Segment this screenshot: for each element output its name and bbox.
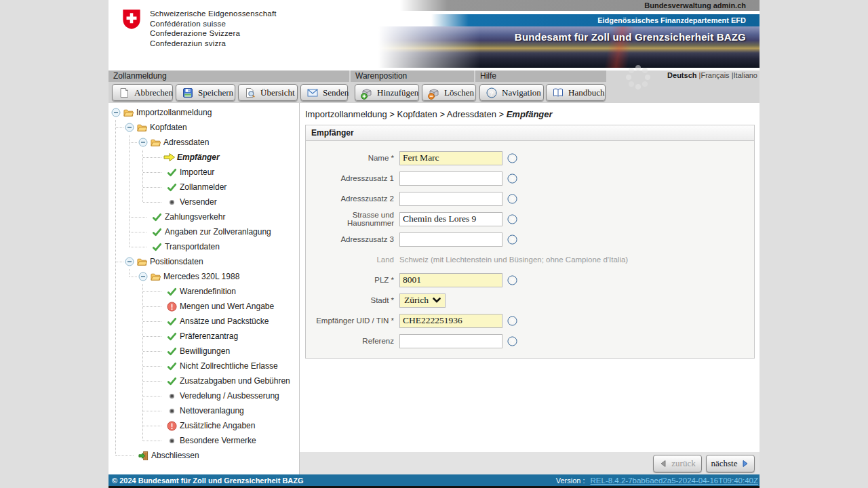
bullet-icon bbox=[167, 436, 177, 446]
check-icon bbox=[152, 227, 162, 237]
package-remove-icon bbox=[429, 87, 439, 98]
logo-line: Confederaziun svizra bbox=[150, 39, 277, 49]
tree-item-warendefinition[interactable]: Warendefinition bbox=[108, 284, 299, 299]
envelope-icon bbox=[307, 87, 318, 98]
stadt-label: Stadt * bbox=[306, 296, 399, 304]
help-icon[interactable] bbox=[507, 194, 517, 204]
bullet-icon bbox=[167, 197, 177, 207]
help-icon[interactable] bbox=[507, 235, 517, 245]
loeschen-button[interactable]: Löschen bbox=[422, 84, 476, 101]
swiss-shield-icon bbox=[122, 9, 141, 30]
strasse-input[interactable] bbox=[399, 212, 502, 226]
header: Bundesverwaltung admin.ch Eidgenössische… bbox=[108, 0, 760, 70]
tree-item-versender[interactable]: Versender bbox=[108, 195, 299, 209]
abbrechen-button[interactable]: Abbrechen bbox=[112, 84, 173, 101]
name-input[interactable] bbox=[399, 151, 502, 165]
bullet-icon bbox=[167, 391, 177, 401]
help-icon[interactable] bbox=[507, 275, 517, 285]
adresszusatz2-input[interactable] bbox=[399, 192, 502, 206]
collapse-toggle-icon[interactable] bbox=[111, 108, 121, 117]
handbuch-button[interactable]: Handbuch bbox=[546, 84, 606, 101]
tree-item-mercedes[interactable]: Mercedes 320L 1988 bbox=[108, 269, 299, 284]
loading-spinner-icon bbox=[635, 75, 641, 80]
abbrechen-label: Abbrechen bbox=[134, 87, 173, 98]
office-title: Bundesamt für Zoll und Grenzsicherheit B… bbox=[515, 31, 746, 43]
tree-item-positionsdaten[interactable]: Positionsdaten bbox=[108, 254, 299, 269]
check-icon bbox=[167, 361, 177, 371]
collapse-toggle-icon[interactable] bbox=[138, 138, 148, 147]
tree-item-nettoveranlagung[interactable]: Nettoveranlagung bbox=[108, 403, 299, 418]
lang-deutsch[interactable]: Deutsch bbox=[667, 71, 696, 79]
error-icon bbox=[167, 302, 177, 312]
open-book-icon bbox=[553, 87, 564, 98]
stadt-select[interactable]: Zürich bbox=[399, 293, 446, 308]
tree-item-transportdaten[interactable]: Transportdaten bbox=[108, 239, 299, 254]
uid-input[interactable] bbox=[399, 314, 502, 328]
form-row-plz: PLZ * bbox=[306, 270, 754, 290]
tree-item-mengen-wert[interactable]: Mengen und Wert Angabe bbox=[108, 299, 299, 314]
strasse-label: Strasse und Hausnummer bbox=[306, 211, 399, 227]
senden-button[interactable]: Senden bbox=[300, 84, 348, 101]
empfaenger-form-panel: Empfänger Name * Adresszusatz 1 Adresszu… bbox=[305, 125, 755, 359]
blank-page-icon bbox=[119, 87, 130, 98]
help-icon[interactable] bbox=[507, 153, 517, 163]
tree-item-zusatzabgaben[interactable]: Zusatzabgaben und Gebühren bbox=[108, 373, 299, 388]
help-icon[interactable] bbox=[507, 336, 517, 346]
folder-icon bbox=[123, 108, 134, 118]
speichern-button[interactable]: Speichern bbox=[176, 84, 235, 101]
tree-item-importzollanmeldung[interactable]: Importzollanmeldung bbox=[108, 105, 299, 120]
lang-francais[interactable]: Français bbox=[701, 71, 729, 79]
question-circle-icon bbox=[486, 87, 497, 98]
logo-line: Schweizerische Eidgenossenschaft bbox=[150, 9, 277, 19]
help-icon[interactable] bbox=[507, 316, 517, 326]
collapse-toggle-icon[interactable] bbox=[138, 272, 148, 281]
tree-item-ansaetze-packstuecke[interactable]: Ansätze und Packstücke bbox=[108, 314, 299, 329]
confederation-logo: Schweizerische Eidgenossenschaft Confédé… bbox=[122, 9, 277, 48]
help-icon[interactable] bbox=[507, 174, 517, 184]
tree-item-veredelung[interactable]: Veredelung / Ausbesserung bbox=[108, 388, 299, 403]
tree-item-adressdaten[interactable]: Adressdaten bbox=[108, 135, 299, 150]
zurueck-button[interactable]: zurück bbox=[653, 455, 702, 472]
adresszusatz3-input[interactable] bbox=[399, 232, 502, 247]
version-info: Version : REL-8.4.2-7bab6aed2a5-2024-04-… bbox=[556, 476, 760, 485]
exit-door-icon bbox=[138, 451, 149, 461]
adresszusatz1-input[interactable] bbox=[399, 171, 502, 186]
check-icon bbox=[167, 167, 177, 178]
tree-item-praeferenzantrag[interactable]: Präferenzantrag bbox=[108, 329, 299, 344]
naechste-button[interactable]: nächste bbox=[706, 455, 755, 472]
tree-item-besondere-vermerke[interactable]: Besondere Vermerke bbox=[108, 433, 299, 448]
tree-item-kopfdaten[interactable]: Kopfdaten bbox=[108, 120, 299, 135]
tree-item-empfaenger[interactable]: Empfänger bbox=[108, 150, 299, 165]
navigation-button[interactable]: Navigation bbox=[479, 84, 544, 101]
tree-item-bewilligungen[interactable]: Bewilligungen bbox=[108, 344, 299, 359]
referenz-input[interactable] bbox=[399, 334, 502, 348]
tree-item-zollanmelder[interactable]: Zollanmelder bbox=[108, 180, 299, 195]
tree-item-importeur[interactable]: Importeur bbox=[108, 165, 299, 180]
form-row-referenz: Referenz bbox=[306, 331, 754, 351]
land-value: Schweiz (mit Liechtenstein und Büsingen;… bbox=[399, 256, 628, 264]
name-label: Name * bbox=[306, 154, 399, 162]
loeschen-label: Löschen bbox=[444, 87, 474, 98]
version-label: Version : bbox=[556, 476, 585, 485]
naechste-label: nächste bbox=[711, 458, 738, 469]
help-icon[interactable] bbox=[507, 214, 517, 224]
folder-icon bbox=[151, 272, 161, 282]
tree-item-zahlungsverkehr[interactable]: Zahlungsverkehr bbox=[108, 209, 299, 224]
collapse-toggle-icon[interactable] bbox=[125, 257, 134, 266]
form-row-uid: Empfänger UID / TIN * bbox=[306, 310, 754, 331]
tree-item-nicht-zollrechtliche-erlasse[interactable]: Nicht Zollrechtliche Erlasse bbox=[108, 359, 299, 373]
tree-item-zusaetzliche-angaben[interactable]: Zusätzliche Angaben bbox=[108, 418, 299, 433]
hinzufuegen-button[interactable]: Hinzufügen bbox=[355, 84, 419, 101]
error-icon bbox=[167, 421, 177, 431]
efd-bar-text: Eidgenössisches Finanzdepartement EFD bbox=[597, 16, 746, 24]
version-link[interactable]: REL-8.4.2-7bab6aed2a5-2024-04-16T09:40:4… bbox=[591, 476, 758, 485]
stadt-selected-value: Zürich bbox=[404, 295, 429, 306]
collapse-toggle-icon[interactable] bbox=[125, 123, 134, 132]
confederation-names: Schweizerische Eidgenossenschaft Confédé… bbox=[150, 9, 277, 48]
tree-item-angaben-zollveranlagung[interactable]: Angaben zur Zollveranlagung bbox=[108, 224, 299, 239]
lang-italiano[interactable]: Italiano bbox=[734, 71, 757, 79]
uebersicht-button[interactable]: Übersicht bbox=[238, 84, 298, 101]
plz-input[interactable] bbox=[399, 273, 502, 287]
package-add-icon bbox=[361, 87, 372, 98]
tree-item-abschliessen[interactable]: Abschliessen bbox=[108, 448, 299, 463]
